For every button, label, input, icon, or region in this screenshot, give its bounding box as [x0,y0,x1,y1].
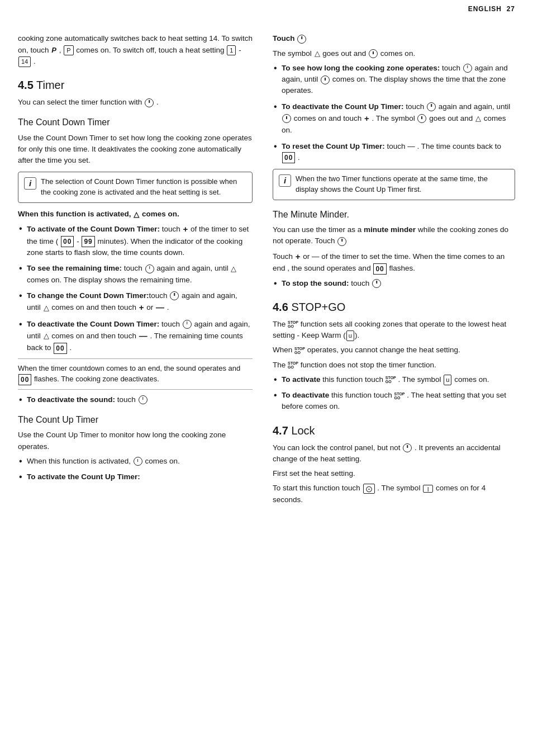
bell-r2: △ [475,113,481,124]
clock-icon-r [369,49,378,58]
minute-minder-bullets: To stop the sound: touch [273,278,515,289]
bullet-deactivate-stopgo: To deactivate this function touch STOPGO… [273,390,515,413]
display-r: 00 [282,152,295,163]
page-header: ENGLISH 27 [0,0,533,16]
stopgo-description-1: The STOPGO function sets all cooking zon… [273,319,515,342]
clock-r3 [282,114,291,123]
timer-description: You can select the timer function with . [18,97,253,108]
timer-mm [337,237,346,246]
key-symbol: ⨀ [363,484,375,494]
bullet-count-up-activated: When this function is activated, comes o… [18,456,253,467]
plus-icon-2: + [139,301,144,314]
timer-icon-5 [139,395,147,404]
heat-14-symbol: 14 [18,56,31,67]
bullet-change-countdown: To change the Count Down Timer:touch aga… [18,290,253,314]
bullet-activate-countdown: To activate of the Count Down Timer: tou… [18,223,253,258]
count-down-timer-heading: The Count Down Timer [18,116,253,129]
bullet-deactivate-countdown: To deactivate the Count Down Timer: touc… [18,319,253,354]
minute-minder-touch: Touch + or — of the timer to set the tim… [273,251,515,275]
bullet-deactivate-count-up: To deactivate the Count Up Timer: touch … [273,101,515,136]
stopgo-icon-1: STOPGO [288,320,298,328]
bullet-see-remaining: To see the remaining time: touch again a… [18,263,253,286]
bell-icon-3: △ [44,303,49,314]
timer-r3 [427,102,436,111]
count-up-description: Use the Count Up Timer to monitor how lo… [18,429,253,452]
bullet-reset-count-up: To reset the Count Up Timer: touch — . T… [273,141,515,164]
lock-description-2: First set the heat setting. [273,468,515,479]
plus-r: + [364,112,369,125]
u-symbol-2: u [444,375,451,385]
section-4-6-number: 4.6 [273,301,288,313]
bullet-activate-stopgo: To activate this function touch STOPGO .… [273,374,515,385]
section-number: 4.5 [18,79,34,91]
minute-minder-heading: The Minute Minder. [273,208,515,221]
stopgo-description-2: When STOPGO operates, you cannot change … [273,344,515,356]
bell-icon-2: △ [231,263,236,275]
timer-icon-2 [145,264,154,273]
clock-icon [134,457,142,466]
info-icon-2: i [279,174,291,187]
heat-1-symbol: 1 [227,45,236,56]
minus-icon: — [156,301,164,314]
stopgo-icon-2: STOPGO [294,347,305,355]
count-down-info-text: The selection of Count Down Timer functi… [41,177,246,198]
section-4-7-number: 4.7 [273,424,288,437]
clock-r4 [417,114,426,123]
p-symbol: P [51,45,56,56]
count-up-bullets-right: To see how long the cooking zone operate… [273,63,515,163]
timer-mm2 [372,279,381,288]
lock-description-3: To start this function touch ⨀ . The sym… [273,483,515,505]
stopgo-icon-4: STOPGO [386,376,396,384]
bullet-stop-sound: To stop the sound: touch [273,278,515,289]
minus-icon-2: — [139,330,147,343]
u-symbol: u [346,330,354,341]
count-up-timer-heading: The Count Up Timer [18,413,253,426]
count-down-info-box: i The selection of Count Down Timer func… [18,172,253,203]
l-symbol: l [423,485,433,493]
stopgo-icon-3: STOPGO [288,361,298,369]
display-flash: 00 [18,374,31,385]
count-up-bullets-left: When this function is activated, comes o… [18,456,253,483]
lock-description-1: You can lock the control panel, but not … [273,442,515,465]
bullet-activate-count-up: To activate the Count Up Timer: [18,471,253,483]
left-column: cooking zone automatically switches back… [0,27,263,514]
bell-icon-4: △ [44,330,49,342]
display-00: 00 [61,236,74,247]
display-99: 99 [82,236,94,247]
function-activated-heading: When this function is activated, △ comes… [18,209,253,220]
two-timers-info-box: i When the two Timer functions operate a… [273,169,515,200]
bullet-see-how-long: To see how long the cooking zone operate… [273,63,515,97]
count-down-bullets: To activate of the Count Down Timer: tou… [18,223,253,354]
minute-minder-description: You can use the timer as a minute minder… [273,224,515,247]
page-number: 27 [507,5,515,13]
bullet-deactivate-sound: To deactivate the sound: touch [18,394,253,405]
touch-label: Touch [273,34,295,42]
timer-icon-r [297,35,306,44]
timer-r2 [463,64,472,73]
stopgo-bullets: To activate this function touch STOPGO .… [273,374,515,413]
section-4-5-heading: 4.5 Timer [18,77,253,93]
right-column: Touch The symbol △ goes out and comes on… [263,27,533,514]
display-mm: 00 [373,263,386,275]
p-box-symbol: P [64,45,73,56]
language-label: ENGLISH [468,5,502,13]
timer-icon-3 [170,291,179,300]
stopgo-icon-5: STOPGO [394,392,405,400]
bell-icon-r: △ [315,48,320,59]
symbol-goes-out: The symbol △ goes out and comes on. [273,48,515,59]
touch-intro: Touch [273,33,515,44]
count-down-description: Use the Count Down Timer to set how long… [18,133,253,167]
intro-paragraph: cooking zone automatically switches back… [18,33,253,67]
clock-r2 [321,75,330,84]
section-4-6-heading: 4.6 STOP+GO [273,299,515,315]
section-4-7-heading: 4.7 Lock [273,423,515,439]
timer-lock [403,443,412,452]
plus-icon: + [183,223,188,236]
timer-icon [145,98,154,107]
bell-icon: △ [134,209,139,220]
deactivate-sound-list: To deactivate the sound: touch [18,394,253,405]
info-icon: i [24,177,36,190]
plus-mm: + [296,251,301,263]
two-timers-text: When the two Timer functions operate at … [296,174,509,195]
display-00-2: 00 [54,343,66,354]
